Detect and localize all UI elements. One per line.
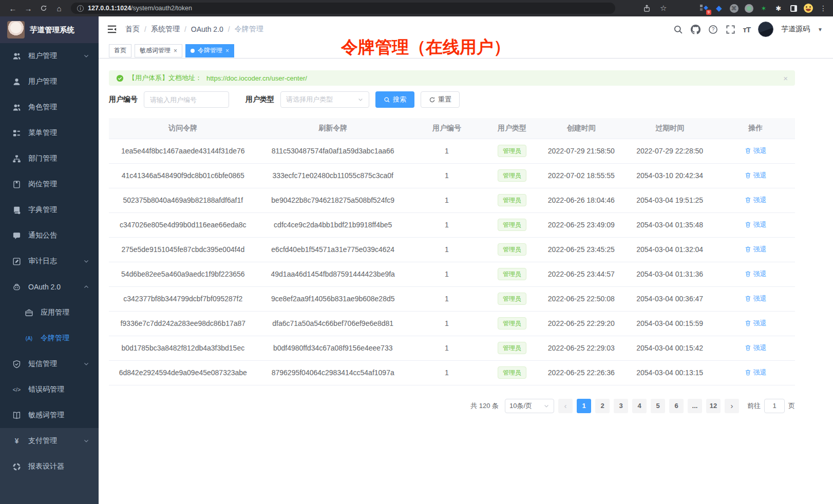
sidebar-item-notice-announcement[interactable]: 通知公告 [0, 223, 99, 248]
reset-button[interactable]: 重置 [421, 91, 460, 108]
breadcrumb-item[interactable]: 首页 [125, 25, 140, 34]
bookmark-star-icon[interactable]: ☆ [660, 4, 667, 13]
table-row: 6d842e2924594de9a09e45e087323abe8796295f… [109, 360, 795, 385]
prev-page-button[interactable]: ‹ [558, 399, 573, 413]
github-icon[interactable] [691, 25, 701, 34]
user-icon [12, 77, 21, 86]
page-button-3[interactable]: 3 [614, 399, 628, 413]
help-icon[interactable]: ? [708, 25, 718, 34]
extension-grid-icon[interactable]: ◆9 [699, 4, 709, 13]
sidebar-item-sms-management[interactable]: 短信管理 [0, 351, 99, 377]
sidebar-item-oauth2[interactable]: OAuth 2.0 [0, 274, 99, 300]
browser-home-icon[interactable]: ⌂ [51, 2, 67, 15]
user-type-badge: 管理员 [498, 268, 526, 280]
collapse-sidebar-icon[interactable] [107, 24, 117, 34]
share-icon[interactable] [643, 5, 651, 12]
sidebar-item-label: 部门管理 [28, 154, 57, 163]
force-logout-button[interactable]: 强退 [745, 146, 767, 156]
force-logout-button[interactable]: 强退 [745, 269, 767, 279]
action-cell: 强退 [716, 163, 795, 188]
app-logo[interactable]: 芋道管理系统 [0, 16, 99, 43]
fullscreen-icon[interactable] [726, 25, 735, 34]
sidebar-item-label: 报表设计器 [28, 462, 64, 471]
sidebar-item-menu-management[interactable]: 菜单管理 [0, 120, 99, 146]
browser-menu-icon[interactable]: ⋮ [819, 4, 828, 13]
page-button-6[interactable]: 6 [669, 399, 684, 413]
sidepanel-icon[interactable] [789, 4, 798, 13]
table-row: 41c41346a548490f9dc8b01c6bfe0865333ecfc7… [109, 163, 795, 188]
doc-link[interactable]: https://doc.iocoder.cn/user-center/ [206, 74, 307, 82]
table-column-header: 过期时间 [623, 118, 716, 139]
browser-reload-icon[interactable] [36, 2, 51, 15]
tab-label: 敏感词管理 [140, 46, 171, 55]
font-size-icon[interactable]: тT [743, 25, 751, 34]
user-type-cell: 管理员 [485, 212, 539, 237]
browser-forward-icon[interactable]: → [21, 2, 36, 15]
tab-close-icon[interactable]: × [225, 47, 229, 54]
menu-tree-icon [12, 129, 21, 138]
force-logout-button[interactable]: 强退 [745, 294, 767, 303]
gem-extension-icon[interactable]: ◆ [714, 4, 724, 13]
search-icon[interactable] [673, 25, 683, 34]
sidebar-item-sensitive-word-management[interactable]: 敏感词管理 [0, 402, 99, 428]
profile-avatar-icon[interactable] [804, 4, 813, 13]
page-button-1[interactable]: 1 [577, 399, 591, 413]
trash-icon [745, 221, 751, 228]
create-time-cell: 2022-06-26 18:04:46 [539, 188, 623, 212]
command-extension-icon[interactable]: ⌘ [729, 4, 739, 13]
user-type-badge: 管理员 [498, 219, 526, 231]
trash-icon [745, 147, 751, 154]
breadcrumb-item[interactable]: 系统管理 [151, 25, 180, 34]
force-logout-button[interactable]: 强退 [745, 196, 767, 205]
sidebar-item-role-management[interactable]: 角色管理 [0, 94, 99, 120]
force-logout-button[interactable]: 强退 [745, 245, 767, 254]
sidebar-item-error-code-management[interactable]: </>错误码管理 [0, 377, 99, 402]
sidebar-item-dept-management[interactable]: 部门管理 [0, 146, 99, 171]
site-info-icon[interactable]: i [77, 5, 84, 12]
sidebar-item-audit-log[interactable]: 审计日志 [0, 248, 99, 274]
dot-extension-icon[interactable] [744, 4, 753, 13]
user-type-label: 用户类型 [245, 95, 274, 104]
sidebar-item-post-management[interactable]: 岗位管理 [0, 171, 99, 197]
user-type-cell: 管理员 [485, 163, 539, 188]
chevron-down-icon [543, 403, 550, 409]
force-logout-button[interactable]: 强退 [745, 171, 767, 180]
page-tab[interactable]: 令牌管理× [185, 44, 234, 57]
search-button[interactable]: 搜索 [375, 91, 414, 108]
goto-page-input[interactable] [764, 399, 785, 413]
user-menu-caret-icon[interactable]: ▼ [818, 27, 823, 32]
address-bar[interactable]: i 127.0.0.1:1024/system/oauth2/token [71, 3, 615, 14]
sidebar-item-token-management[interactable]: (A)令牌管理 [0, 325, 99, 351]
breadcrumb-item[interactable]: OAuth 2.0 [191, 25, 223, 33]
page-tab[interactable]: 首页 [109, 44, 131, 57]
user-name[interactable]: 芋道源码 [781, 25, 810, 34]
force-logout-button[interactable]: 强退 [745, 343, 767, 353]
force-logout-button[interactable]: 强退 [745, 368, 767, 377]
page-button-2[interactable]: 2 [595, 399, 610, 413]
create-time-cell: 2022-06-25 22:29:03 [539, 336, 623, 360]
page-size-select[interactable]: 10条/页 [505, 399, 554, 413]
page-button-4[interactable]: 4 [632, 399, 647, 413]
sidebar-item-dict-management[interactable]: 字典管理 [0, 197, 99, 223]
sidebar-item-user-management[interactable]: 用户管理 [0, 69, 99, 94]
browser-back-icon[interactable]: ← [5, 2, 21, 15]
sidebar-item-report-designer[interactable]: 报表设计器 [0, 454, 99, 479]
user-type-select[interactable]: 请选择用户类型 [280, 91, 369, 108]
more-pages-button[interactable]: ... [688, 399, 702, 413]
user-avatar[interactable] [758, 22, 773, 37]
user-id-input[interactable] [144, 91, 229, 108]
puzzle-extension-icon[interactable]: ✱ [774, 4, 783, 13]
alert-close-icon[interactable]: × [783, 74, 788, 83]
tab-close-icon[interactable]: × [174, 47, 177, 54]
force-logout-button[interactable]: 强退 [745, 220, 767, 229]
page-tab[interactable]: 敏感词管理× [135, 44, 182, 57]
sidebar-item-tenant-management[interactable]: 租户管理 [0, 43, 99, 69]
star-extension-icon[interactable]: ✶ [759, 4, 768, 13]
sidebar-item-app-management[interactable]: 应用管理 [0, 300, 99, 325]
page-button-5[interactable]: 5 [651, 399, 665, 413]
force-logout-button[interactable]: 强退 [745, 319, 767, 328]
next-page-button[interactable]: › [725, 399, 739, 413]
page-button-12[interactable]: 12 [706, 399, 721, 413]
user-type-cell: 管理员 [485, 188, 539, 212]
sidebar-item-payment-management[interactable]: ¥支付管理 [0, 428, 99, 454]
